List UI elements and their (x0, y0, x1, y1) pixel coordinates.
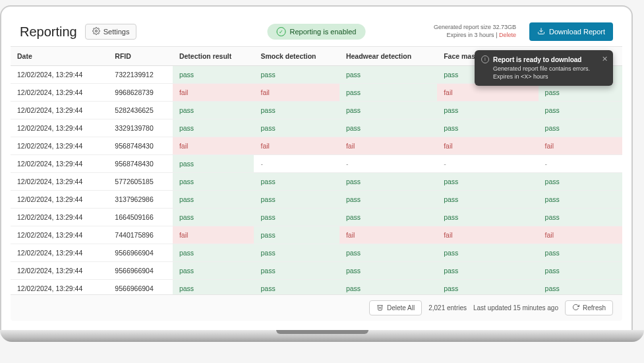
cell-rfid: 9568748430 (108, 155, 173, 173)
cell-rfid: 9566966904 (108, 262, 173, 280)
cell-rfid: 3137962986 (108, 191, 173, 209)
table-row[interactable]: 12/02/2024, 13:29:443329139780passpasspa… (11, 119, 622, 137)
table-row[interactable]: 12/02/2024, 13:29:445772605185passpasspa… (11, 173, 622, 191)
column-header (619, 47, 622, 66)
refresh-label: Refresh (583, 304, 606, 312)
cell-date: 12/02/2024, 13:29:44 (11, 173, 108, 191)
cell-result: pass (539, 244, 620, 262)
table-row[interactable]: 12/02/2024, 13:29:449566966904passpasspa… (11, 280, 622, 295)
settings-button[interactable]: Settings (85, 24, 137, 40)
enabled-label: Reporting is enabled (290, 28, 357, 36)
cell-result: fail (437, 84, 538, 102)
cell-result: pass (173, 66, 254, 84)
settings-label: Settings (103, 28, 130, 36)
download-icon (537, 27, 545, 36)
column-header: Headwear detection (339, 47, 437, 66)
cell-date: 12/02/2024, 13:29:44 (11, 102, 108, 119)
cell-result: pass (254, 209, 339, 226)
cell-result: pass (339, 280, 437, 295)
cell-date: 12/02/2024, 13:29:44 (11, 191, 108, 209)
cell-result: fail (254, 137, 339, 155)
cell-date: 12/02/2024, 13:29:44 (11, 262, 108, 280)
cell-result: pass (254, 262, 339, 280)
cell-result: pass (173, 173, 254, 191)
table-row[interactable]: 12/02/2024, 13:29:447440175896failpassfa… (11, 226, 622, 244)
cell-result: fail (339, 137, 437, 155)
cell-result: pass (437, 280, 538, 295)
cell-result: pass (173, 244, 254, 262)
delete-all-button[interactable]: Delete All (369, 300, 422, 315)
cell-result: pass (173, 119, 254, 137)
cell-result: pass (254, 102, 339, 119)
cell-result: pass (173, 280, 254, 295)
laptop-base (0, 330, 644, 342)
cell-result: pass (539, 209, 620, 226)
close-icon[interactable]: ✕ (602, 54, 608, 63)
cell-date: 12/02/2024, 13:29:44 (11, 155, 108, 173)
table-row[interactable]: 12/02/2024, 13:29:449568748430failfailfa… (11, 137, 622, 155)
cell-date: 12/02/2024, 13:29:44 (11, 280, 108, 295)
cell-rfid: 9566966904 (108, 244, 173, 262)
cell-rfid: 5772605185 (108, 173, 173, 191)
cell-result: fail (437, 137, 538, 155)
table-row[interactable]: 12/02/2024, 13:29:443137962986passpasspa… (11, 191, 622, 209)
cell-result: - (339, 155, 437, 173)
cell-result: fail (173, 84, 254, 102)
cell-result: pass (619, 173, 622, 191)
cell-result: pass (619, 209, 622, 226)
cell-result: pass (254, 191, 339, 209)
cell-result: pass (339, 262, 437, 280)
cell-rfid: 7322139912 (108, 66, 173, 84)
cell-result: - (539, 155, 620, 173)
toast-title: Report is ready to download (493, 55, 606, 64)
table-row[interactable]: 12/02/2024, 13:29:449566966904passpasspa… (11, 244, 622, 262)
delete-link[interactable]: Delete (499, 32, 516, 38)
cell-result: pass (254, 226, 339, 244)
cell-result: pass (173, 262, 254, 280)
delete-all-label: Delete All (387, 304, 415, 312)
cell-result: pass (339, 209, 437, 226)
cell-result: pass (437, 191, 538, 209)
cell-result: fail (173, 226, 254, 244)
last-updated: Last updated 15 minutes ago (473, 304, 558, 312)
refresh-icon (572, 304, 579, 312)
cell-result: pass (173, 209, 254, 226)
table-row[interactable]: 12/02/2024, 13:29:449566966904passpasspa… (11, 262, 622, 280)
svg-point-0 (95, 30, 97, 32)
cell-result: pass (539, 262, 620, 280)
cell-date: 12/02/2024, 13:29:44 (11, 66, 108, 84)
table-row[interactable]: 12/02/2024, 13:29:449968628739failfailpa… (11, 84, 622, 102)
cell-result: pass (539, 173, 620, 191)
column-header: Smock detection (254, 47, 339, 66)
cell-rfid: 9968628739 (108, 84, 173, 102)
cell-result: pass (539, 102, 620, 119)
cell-result: pass (254, 119, 339, 137)
cell-result: pass (619, 66, 622, 84)
cell-result: pass (437, 119, 538, 137)
cell-result: pass (539, 119, 620, 137)
check-icon: ✓ (277, 27, 286, 36)
cell-rfid: 1664509166 (108, 209, 173, 226)
cell-result: pass (173, 191, 254, 209)
cell-result: pass (254, 280, 339, 295)
cell-result: pass (437, 262, 538, 280)
cell-result: pass (437, 209, 538, 226)
cell-rfid: 5282436625 (108, 102, 173, 119)
table-row[interactable]: 12/02/2024, 13:29:441664509166passpasspa… (11, 209, 622, 226)
cell-result: fail (539, 226, 620, 244)
cell-rfid: 9566966904 (108, 280, 173, 295)
cell-result: - (254, 155, 339, 173)
table-row[interactable]: 12/02/2024, 13:29:445282436625passpasspa… (11, 102, 622, 119)
toast-notification: i ✕ Report is ready to download Generate… (475, 50, 613, 86)
download-report-button[interactable]: Download Report (529, 22, 613, 41)
report-expires: Expires in 3 hours (447, 32, 494, 38)
table-body: 12/02/2024, 13:29:447322139912passpasspa… (11, 66, 622, 295)
trash-icon (376, 304, 384, 312)
cell-rfid: 3329139780 (108, 119, 173, 137)
cell-result: pass (339, 84, 437, 102)
table-row[interactable]: 12/02/2024, 13:29:449568748430pass------ (11, 155, 622, 173)
gear-icon (92, 27, 100, 36)
page-title: Reporting (20, 24, 77, 40)
cell-result: fail (339, 226, 437, 244)
refresh-button[interactable]: Refresh (565, 300, 613, 315)
